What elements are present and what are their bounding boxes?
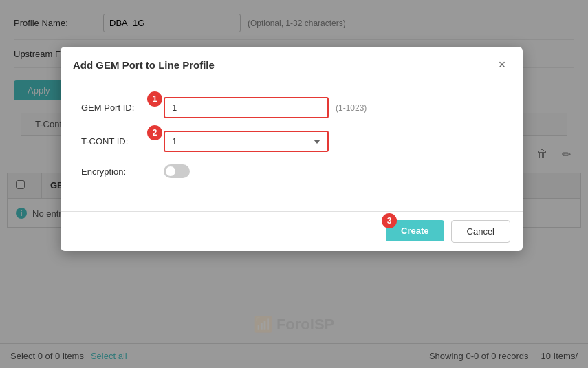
gem-port-id-row: 1 GEM Port ID: (1-1023) bbox=[81, 97, 502, 118]
t-cont-id-input-wrap: 1 bbox=[164, 131, 502, 152]
add-gem-port-modal: Add GEM Port to Line Profile × 1 GEM Por… bbox=[61, 47, 523, 251]
badge-1: 1 bbox=[147, 91, 162, 107]
create-button-wrap: 3 Create bbox=[386, 220, 444, 243]
modal-title: Add GEM Port to Line Profile bbox=[73, 59, 215, 71]
modal-body: 1 GEM Port ID: (1-1023) 2 T-CONT ID: 1 E… bbox=[61, 83, 523, 211]
gem-port-id-hint: (1-1023) bbox=[336, 103, 367, 113]
encryption-toggle-wrap bbox=[164, 164, 190, 178]
modal-close-button[interactable]: × bbox=[494, 56, 510, 73]
badge-3: 3 bbox=[382, 213, 397, 228]
t-cont-id-row: 2 T-CONT ID: 1 bbox=[81, 131, 502, 152]
gem-port-id-input[interactable] bbox=[164, 97, 329, 118]
cancel-button[interactable]: Cancel bbox=[451, 220, 510, 243]
encryption-row: Encryption: bbox=[81, 164, 502, 178]
badge-2: 2 bbox=[147, 125, 162, 140]
modal-header: Add GEM Port to Line Profile × bbox=[61, 47, 523, 83]
encryption-label: Encryption: bbox=[81, 166, 164, 177]
gem-port-id-input-wrap: (1-1023) bbox=[164, 97, 502, 118]
modal-footer: 3 Create Cancel bbox=[61, 211, 523, 251]
encryption-toggle[interactable] bbox=[164, 164, 190, 178]
t-cont-id-select[interactable]: 1 bbox=[164, 131, 329, 152]
